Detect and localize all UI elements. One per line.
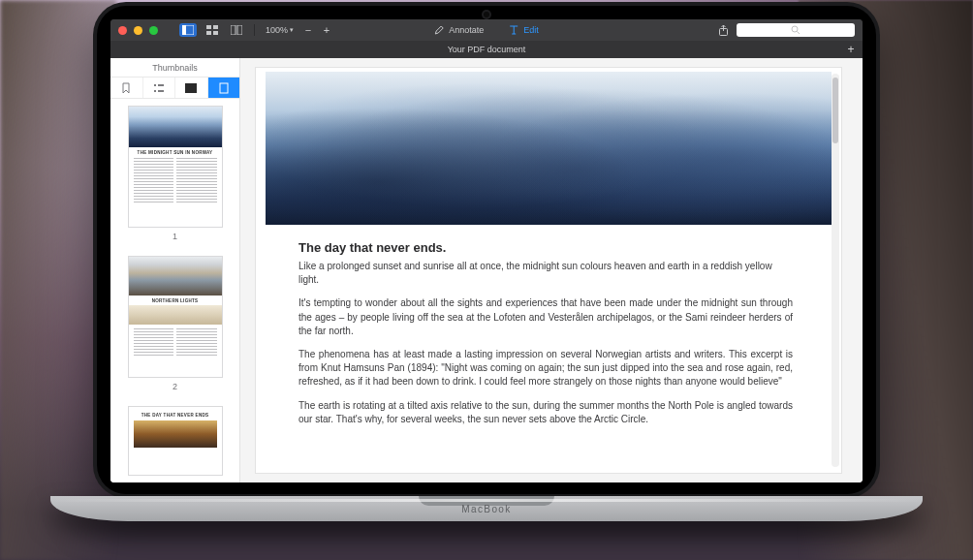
sidebar-mode-tabs	[110, 78, 239, 99]
toolbar-right-group	[718, 23, 855, 37]
toolbar-center-group: Annotate Edit	[434, 25, 539, 35]
doc-paragraph-2: It's tempting to wonder about all the si…	[298, 296, 793, 338]
document-scrollbar[interactable]	[832, 74, 839, 467]
sidebar-tab-annotations[interactable]	[175, 78, 208, 98]
workspace: Thumbnails	[110, 58, 863, 482]
hero-mountain-image	[266, 72, 832, 225]
webcam	[484, 12, 489, 17]
svg-rect-11	[154, 84, 156, 86]
thumbnail-page-1[interactable]: THE MIDNIGHT SUN IN NORWAY 1	[128, 107, 222, 241]
macbook-frame: 100% ▾ − + Annotate Edit	[50, 0, 923, 560]
edit-button[interactable]: Edit	[509, 25, 539, 35]
zoom-in-button[interactable]: +	[321, 24, 332, 36]
document-viewport[interactable]: The day that never ends. Like a prolonge…	[240, 58, 863, 482]
thumbnails-sidebar: Thumbnails	[110, 58, 240, 482]
sidebar-tab-thumbnails[interactable]	[208, 78, 240, 98]
document-page: The day that never ends. Like a prolonge…	[256, 68, 841, 473]
window-titlebar: 100% ▾ − + Annotate Edit	[110, 19, 863, 41]
edit-text-icon	[509, 25, 518, 35]
two-page-view-icon[interactable]	[228, 23, 245, 37]
search-field[interactable]	[737, 23, 855, 37]
svg-rect-6	[231, 25, 235, 35]
svg-rect-15	[220, 83, 228, 93]
search-icon	[791, 25, 800, 35]
svg-line-10	[797, 31, 800, 34]
svg-rect-1	[182, 25, 186, 35]
sidebar-title: Thumbnails	[110, 58, 239, 78]
share-icon[interactable]	[718, 24, 729, 36]
svg-rect-13	[158, 84, 164, 86]
sidebar-toggle-icon[interactable]	[179, 23, 197, 37]
traffic-light-zoom[interactable]	[149, 26, 158, 35]
thumbnail-page-2[interactable]: NORTHERN LIGHTS 2	[128, 257, 222, 391]
page2-hero-image	[129, 257, 222, 296]
page1-hero-image	[129, 107, 222, 147]
annotate-button[interactable]: Annotate	[434, 25, 484, 35]
sidebar-tab-outline[interactable]	[143, 78, 176, 98]
svg-rect-4	[206, 31, 211, 35]
grid-view-icon[interactable]	[204, 23, 221, 37]
doc-paragraph-4: The earth is rotating at a tilted axis r…	[298, 399, 793, 426]
page2-number: 2	[173, 382, 177, 391]
chevron-down-icon: ▾	[290, 26, 294, 34]
svg-rect-14	[158, 90, 164, 92]
thumbnails-list[interactable]: THE MIDNIGHT SUN IN NORWAY 1 NORTHERN LI…	[110, 99, 239, 482]
page3-hero-image	[134, 420, 217, 448]
sidebar-tab-bookmarks[interactable]	[110, 78, 143, 98]
edit-label: Edit	[523, 25, 539, 35]
traffic-light-minimize[interactable]	[134, 26, 142, 35]
svg-rect-3	[213, 25, 218, 29]
thumbnail-page-3[interactable]: THE DAY THAT NEVER ENDS	[128, 407, 222, 475]
svg-rect-5	[213, 31, 218, 35]
annotate-label: Annotate	[449, 25, 484, 35]
doc-heading: The day that never ends.	[298, 240, 793, 255]
doc-paragraph-3: The phenomena has at least made a lastin…	[298, 348, 793, 389]
document-body: The day that never ends. Like a prolonge…	[256, 240, 841, 450]
page1-number: 1	[173, 232, 177, 241]
svg-point-9	[792, 26, 798, 32]
svg-rect-12	[154, 90, 156, 92]
zoom-value: 100%	[266, 25, 288, 35]
svg-rect-7	[237, 25, 242, 35]
traffic-light-close[interactable]	[118, 26, 127, 35]
zoom-out-button[interactable]: −	[302, 24, 314, 36]
pen-icon	[434, 25, 444, 35]
doc-paragraph-1: Like a prolonged sunset and sunrise all …	[298, 260, 793, 287]
new-tab-button[interactable]: +	[845, 43, 857, 56]
document-tab[interactable]: Your PDF document	[448, 45, 526, 54]
toolbar-separator	[254, 24, 255, 36]
zoom-dropdown[interactable]: 100% ▾	[264, 25, 296, 35]
tab-bar: Your PDF document +	[110, 41, 863, 58]
macbook-label: MacBook	[50, 504, 923, 514]
page3-title: THE DAY THAT NEVER ENDS	[133, 413, 218, 418]
page2-title: NORTHERN LIGHTS	[133, 298, 218, 303]
svg-rect-2	[206, 25, 211, 29]
screen: 100% ▾ − + Annotate Edit	[110, 19, 863, 482]
page1-title: THE MIDNIGHT SUN IN NORWAY	[133, 150, 218, 155]
